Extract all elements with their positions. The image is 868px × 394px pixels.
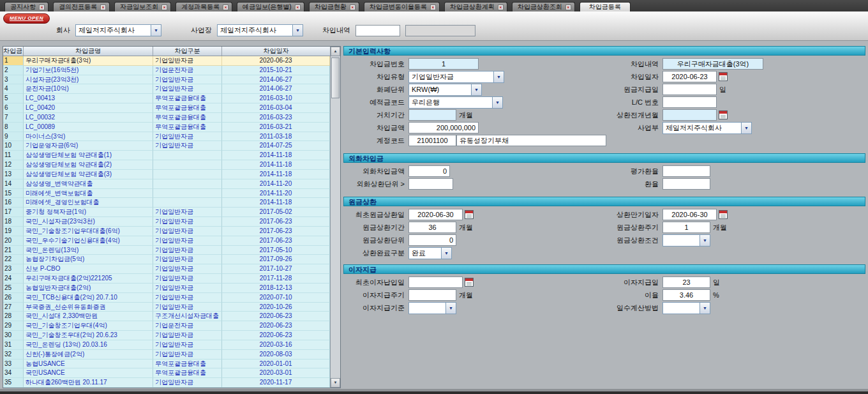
- tab-close-icon[interactable]: ×: [223, 4, 228, 10]
- chevron-down-icon[interactable]: ▼: [741, 123, 751, 133]
- tab-close-icon[interactable]: ×: [295, 4, 301, 10]
- interest-rate-field[interactable]: 3.46: [662, 289, 710, 301]
- chevron-down-icon[interactable]: ▼: [441, 248, 451, 259]
- table-row[interactable]: 11삼성생명단체보험 약관대출(1)2014-11-18: [3, 151, 330, 160]
- loan-desc-field[interactable]: 우리구매자금대출(3억): [662, 58, 763, 70]
- table-row[interactable]: 34국민USANCE무역포괄금융대출2020-03-01: [3, 368, 330, 378]
- loan-desc-filter-input[interactable]: [355, 25, 400, 36]
- grace-period-field[interactable]: [408, 109, 456, 121]
- lc-number-field[interactable]: [662, 96, 717, 108]
- table-row[interactable]: 4운전자금(10억)기업일반자금2014-06-27: [3, 84, 330, 94]
- tab-item[interactable]: 결의전표등록×: [53, 2, 110, 11]
- table-row[interactable]: 20국민_우수기술기업신용대출(4억)기업일반자금2017-06-23: [3, 236, 330, 246]
- first-principal-date-field[interactable]: 2020-06-30: [408, 209, 463, 220]
- tab-close-icon[interactable]: ×: [565, 4, 571, 10]
- principal-period-field[interactable]: 36: [408, 222, 456, 233]
- table-scrollbar[interactable]: ▲ ▼: [330, 47, 340, 388]
- redemption-ym-field[interactable]: [662, 109, 717, 121]
- table-row[interactable]: 5LC_00413무역포괄금융대출2016-03-10: [3, 94, 330, 103]
- site-select[interactable]: 제일저지주식회사 ▼: [217, 24, 303, 36]
- chevron-down-icon[interactable]: ▼: [700, 303, 710, 314]
- table-row[interactable]: 19국민_기술창조기업우대대출(6억)기업일반자금2017-06-23: [3, 227, 330, 236]
- deposit-code-select[interactable]: 우리은행 ▼: [408, 96, 503, 109]
- principal-pay-day-field[interactable]: [662, 84, 717, 95]
- column-header-date[interactable]: 차입일자: [222, 47, 330, 56]
- repay-complete-select[interactable]: 완료 ▼: [408, 247, 452, 259]
- chevron-down-icon[interactable]: ▼: [492, 97, 502, 108]
- table-row[interactable]: 28국민_시설대 2,330백만원구조개선시설자금대출2020-06-23: [3, 312, 330, 321]
- fx-amount-field[interactable]: 0: [408, 165, 450, 177]
- table-row[interactable]: 10기업운영자금(6억)기업일반자금2014-07-25: [3, 141, 330, 151]
- currency-select[interactable]: KRW(₩) ▼: [408, 84, 482, 96]
- tab-item[interactable]: 차입금변동이율등록×: [364, 2, 440, 11]
- tab-item[interactable]: 차입금상환계획×: [444, 2, 507, 11]
- table-row[interactable]: 24우리구매자금대출(2억)221205기업일반자금2017-11-28: [3, 274, 330, 284]
- table-row[interactable]: 2기업기보(16억5천)기업운전자금2015-10-21: [3, 66, 330, 75]
- tab-close-icon[interactable]: ×: [498, 4, 504, 10]
- company-select[interactable]: 제일저지주식회사 ▼: [75, 24, 161, 36]
- principal-condition-select[interactable]: ▼: [662, 234, 710, 246]
- loan-number-field[interactable]: 1: [408, 58, 479, 70]
- account-code-field[interactable]: 21001100: [408, 135, 456, 146]
- loan-type-select[interactable]: 기업일반자금 ▼: [408, 71, 504, 83]
- table-row[interactable]: 7LC_00032무역포괄금융대출2016-03-23: [3, 113, 330, 123]
- tab-item[interactable]: 차입금현황×: [309, 2, 359, 11]
- account-name-field[interactable]: 유동성장기부채: [456, 135, 606, 146]
- table-row[interactable]: 21국민_온렌딩(13억)기업일반자금2017-05-10: [3, 246, 330, 255]
- column-header-code[interactable]: 차입금코드: [3, 47, 24, 56]
- maturity-date-field[interactable]: 2020-06-30: [662, 209, 717, 220]
- tab-item[interactable]: 공지사항×: [4, 2, 49, 11]
- table-row[interactable]: 27부국증권_선순위유동화증권기업일반자금2020-10-26: [3, 303, 330, 312]
- table-row[interactable]: 25농협일반자금대출(2억)기업일반자금2018-12-13: [3, 284, 330, 293]
- tab-close-icon[interactable]: ×: [39, 4, 45, 10]
- scroll-up-icon[interactable]: ▲: [331, 47, 340, 56]
- table-row[interactable]: 33농협USANCE무역포괄금융대출2020-01-01: [3, 360, 330, 369]
- chevron-down-icon[interactable]: ▼: [445, 303, 456, 314]
- calendar-icon[interactable]: [719, 110, 728, 119]
- table-row[interactable]: 9마이너스(3억)기업일반자금2011-03-18: [3, 132, 330, 142]
- division-select[interactable]: 제일저지주식회사 ▼: [662, 122, 752, 134]
- tab-item[interactable]: 차입금상환조회×: [512, 2, 575, 11]
- table-row[interactable]: 32신한(-)통장예금(2억)기업일반자금2020-08-03: [3, 350, 330, 360]
- table-row[interactable]: 16미래에셋_경영인보험대출2014-11-18: [3, 198, 330, 208]
- fx-rate-field[interactable]: [662, 178, 710, 190]
- principal-unit-field[interactable]: 0: [408, 234, 456, 246]
- tab-close-icon[interactable]: ×: [161, 4, 167, 10]
- chevron-down-icon[interactable]: ▼: [292, 25, 303, 36]
- loan-date-field[interactable]: 2020-06-23: [662, 71, 717, 82]
- scroll-down-icon[interactable]: ▼: [331, 378, 340, 388]
- interest-basis-select[interactable]: ▼: [408, 302, 456, 314]
- calendar-icon[interactable]: [465, 278, 474, 287]
- tab-item[interactable]: 계정과목등록×: [176, 2, 232, 11]
- scroll-thumb[interactable]: [331, 57, 340, 98]
- interest-pay-day-field[interactable]: 23: [662, 277, 710, 288]
- calendar-icon[interactable]: [719, 210, 728, 219]
- chevron-down-icon[interactable]: ▼: [700, 235, 710, 246]
- table-row[interactable]: 31국민_온렌딩 (13억) 20.03.16기업일반자금2020-03-16: [3, 340, 330, 350]
- tab-close-icon[interactable]: ×: [350, 4, 355, 10]
- tab-item[interactable]: 차입금등록: [580, 2, 631, 11]
- first-interest-date-field[interactable]: [408, 277, 463, 288]
- table-row[interactable]: 15미래에셋_변액보험대출2014-11-20: [3, 189, 330, 199]
- table-row[interactable]: 3시설자금(23억3천)기업일반자금2014-06-27: [3, 75, 330, 85]
- table-row[interactable]: 22농협장기차입금(5억)기업일반자금2017-09-26: [3, 255, 330, 264]
- table-row[interactable]: 17중기청 정책자금(1억)기업일반자금2017-05-02: [3, 208, 330, 217]
- loan-desc-filter-input-2[interactable]: [405, 25, 475, 36]
- table-row[interactable]: 30국민_기술창조우대(2억) 20.6.23기업일반자금2020-06-23: [3, 331, 330, 340]
- column-header-name[interactable]: 차입금명: [24, 47, 153, 56]
- tab-close-icon[interactable]: ×: [100, 4, 106, 10]
- principal-cycle-field[interactable]: 1: [662, 222, 710, 233]
- tab-close-icon[interactable]: ×: [430, 4, 436, 10]
- table-row[interactable]: 23신보 P-CBO기업일반자금2017-10-27: [3, 264, 330, 274]
- interest-cycle-field[interactable]: [408, 289, 456, 301]
- menu-open-button[interactable]: MENU OPEN: [3, 13, 50, 24]
- calendar-icon[interactable]: [465, 210, 474, 219]
- table-row[interactable]: 6LC_00420무역포괄금융대출2016-03-04: [3, 103, 330, 113]
- table-row[interactable]: 18국민_시설자금(23억3천)기업일반자금2017-06-23: [3, 217, 330, 227]
- day-count-select[interactable]: ▼: [662, 302, 710, 314]
- table-row[interactable]: 29국민_기술창조기업우대(4억)기업운전자금2020-06-23: [3, 321, 330, 331]
- chevron-down-icon[interactable]: ▼: [151, 25, 161, 36]
- calendar-icon[interactable]: [719, 72, 728, 81]
- chevron-down-icon[interactable]: ▼: [471, 84, 481, 95]
- table-row[interactable]: 1우리구매자금대출(3억)기업일반자금2020-06-23: [3, 56, 330, 66]
